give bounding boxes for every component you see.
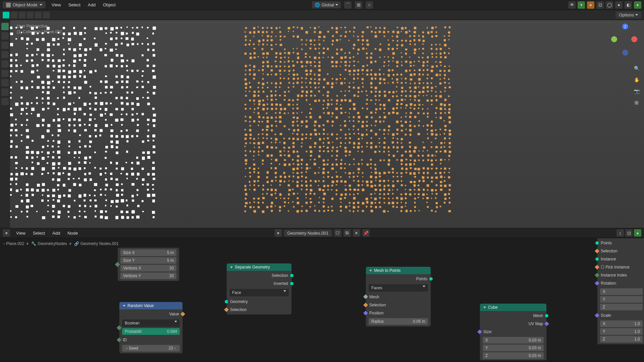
sep-domain-dropdown[interactable]: Face bbox=[229, 289, 289, 296]
node-mesh-to-points[interactable]: Mesh to Points Points Faces Mesh Selecti… bbox=[366, 266, 431, 327]
camera-btn[interactable]: 📷 bbox=[632, 86, 641, 96]
chevron-down-icon bbox=[369, 270, 372, 272]
node-cube[interactable]: Cube Mesh UV Map Size: X0.03 m Y0.03 m bbox=[480, 303, 547, 360]
menu-select[interactable]: Select bbox=[67, 2, 82, 8]
node-opt-2[interactable]: ⊡ bbox=[625, 229, 633, 237]
gizmo-axis-z[interactable]: Z bbox=[622, 23, 628, 29]
breadcrumb-tree[interactable]: 🔗 Geometry Nodes.001 bbox=[74, 241, 119, 246]
iop-scale-y[interactable]: Y1.0 bbox=[600, 328, 643, 335]
iop-scale-z[interactable]: Z1.0 bbox=[600, 336, 643, 343]
option-btn-4[interactable] bbox=[35, 12, 42, 18]
grid-verts-x[interactable]: Vertices X20 bbox=[120, 265, 176, 272]
viewport-3d[interactable]: User Perspective (1) Collection | Plane.… bbox=[10, 20, 644, 228]
duplicate-tree-btn[interactable]: ⧉ bbox=[343, 229, 351, 237]
node-title[interactable]: Cube bbox=[480, 304, 546, 311]
seed-decrement[interactable]: ‹ bbox=[125, 346, 129, 351]
node-separate-geometry[interactable]: Separate Geometry Selection Inverted Fac… bbox=[226, 263, 292, 315]
node-instance-on-points[interactable]: Points Selection Instance ☐ Pick Instanc… bbox=[597, 238, 644, 345]
breadcrumb-object[interactable]: ▫ Plane.002 bbox=[3, 241, 24, 246]
xray-btn[interactable]: ⊡ bbox=[596, 1, 604, 9]
node-opt-1[interactable]: ↕ bbox=[616, 229, 624, 237]
breadcrumb-modifier[interactable]: 🔧 GeometryNodes bbox=[31, 241, 67, 246]
proportional-btn[interactable]: ○ bbox=[366, 1, 373, 9]
menu-object[interactable]: Object bbox=[102, 2, 117, 8]
tool-transform[interactable] bbox=[1, 70, 9, 77]
tool-move[interactable] bbox=[1, 42, 9, 49]
perspective-btn[interactable]: ⊞ bbox=[632, 98, 641, 107]
overlay-btn[interactable]: ● bbox=[587, 1, 594, 9]
grid-size-y[interactable]: Size Y5 m bbox=[120, 257, 176, 264]
node-title[interactable]: Separate Geometry bbox=[227, 263, 291, 271]
option-btn-1[interactable] bbox=[11, 12, 17, 18]
white-point-cloud bbox=[10, 27, 158, 221]
shading-render-btn[interactable]: ● bbox=[634, 1, 641, 9]
tool-rotate[interactable] bbox=[1, 51, 9, 58]
iop-scale-x[interactable]: X1.0 bbox=[600, 320, 643, 327]
orientation-selector[interactable]: 🌐 Global bbox=[312, 1, 341, 8]
chevron-down-icon bbox=[483, 307, 486, 308]
gizmo-axis-y[interactable] bbox=[611, 36, 617, 42]
pan-btn[interactable]: ✋ bbox=[632, 75, 641, 84]
select-mode-btn[interactable] bbox=[3, 12, 9, 18]
tool-annotate[interactable] bbox=[1, 79, 9, 86]
unlink-tree-btn[interactable]: ✕ bbox=[353, 229, 360, 237]
menu-view[interactable]: View bbox=[50, 2, 62, 8]
seed-increment[interactable]: › bbox=[173, 346, 177, 351]
mode-selector[interactable]: Object Mode bbox=[3, 1, 46, 8]
node-editor[interactable]: ▫ Plane.002 🔧 GeometryNodes 🔗 Geometry N… bbox=[0, 238, 644, 360]
visibility-btn[interactable]: 👁 bbox=[568, 1, 576, 9]
tool-add-cube[interactable] bbox=[1, 98, 9, 105]
node-menu-node[interactable]: Node bbox=[66, 230, 79, 236]
node-tree-name[interactable]: Geometry Nodes.001 bbox=[284, 230, 332, 237]
snap-options-btn[interactable]: ⊞ bbox=[355, 1, 362, 9]
tool-cursor[interactable] bbox=[1, 32, 9, 40]
menu-add[interactable]: Add bbox=[87, 2, 97, 8]
mtp-radius[interactable]: Radius0.05 m bbox=[369, 318, 428, 325]
snap-btn[interactable]: ⌒ bbox=[344, 1, 352, 9]
cube-size-y[interactable]: Y0.03 m bbox=[483, 345, 544, 351]
random-probability[interactable]: Probabilit0.584 bbox=[122, 328, 180, 335]
node-menu-add[interactable]: Add bbox=[51, 230, 61, 236]
navigation-gizmo[interactable]: Z bbox=[607, 23, 641, 57]
shading-wireframe-btn[interactable]: ◯ bbox=[606, 1, 613, 9]
zoom-btn[interactable]: 🔍 bbox=[632, 64, 641, 73]
gizmo-btn[interactable]: ▾ bbox=[578, 1, 585, 9]
gizmo-axis-x[interactable] bbox=[631, 36, 637, 42]
tool-select[interactable] bbox=[1, 23, 9, 30]
node-menu-select[interactable]: Select bbox=[32, 230, 46, 236]
node-grid[interactable]: Size X5 m Size Y5 m Vertices X20 Vertice… bbox=[117, 247, 179, 281]
mtp-mode-dropdown[interactable]: Faces bbox=[369, 284, 428, 292]
node-random-value[interactable]: Random Value Value Boolean Probabilit0.5… bbox=[119, 302, 183, 354]
tool-measure[interactable] bbox=[1, 88, 9, 96]
options-dropdown[interactable]: Options bbox=[615, 11, 641, 18]
editor-type-btn[interactable]: ▾ bbox=[3, 229, 10, 237]
random-id-input[interactable]: ID bbox=[119, 336, 182, 344]
random-type-dropdown[interactable]: Boolean bbox=[122, 319, 180, 327]
sep-selection-in: Selection bbox=[227, 306, 291, 314]
iop-rot-z[interactable]: Z bbox=[600, 304, 643, 310]
node-menu-view[interactable]: View bbox=[15, 230, 27, 236]
shading-solid-btn[interactable]: ● bbox=[615, 1, 623, 9]
node-opt-3[interactable]: ● bbox=[634, 229, 641, 237]
fake-user-btn[interactable]: 🛡 bbox=[334, 229, 341, 237]
gizmo-axis-neg[interactable] bbox=[622, 50, 628, 56]
random-seed[interactable]: ‹ Seed 23 › bbox=[122, 345, 180, 352]
cube-size-z[interactable]: Z0.03 m bbox=[483, 352, 544, 359]
browse-tree-btn[interactable]: ▾ bbox=[274, 229, 282, 237]
option-btn-3[interactable] bbox=[27, 12, 34, 18]
node-title[interactable]: Mesh to Points bbox=[366, 267, 431, 274]
tool-scale[interactable] bbox=[1, 60, 9, 68]
grid-size-x[interactable]: Size X5 m bbox=[120, 249, 176, 256]
iop-rot-x[interactable]: X bbox=[600, 288, 643, 295]
option-btn-2[interactable] bbox=[19, 12, 25, 18]
shading-material-btn[interactable]: ◐ bbox=[625, 1, 632, 9]
option-btn-5[interactable] bbox=[43, 12, 50, 18]
iop-rotation-label: Rotation: bbox=[597, 279, 644, 287]
cube-size-x[interactable]: X0.03 m bbox=[483, 337, 544, 344]
node-title[interactable]: Random Value bbox=[119, 302, 182, 309]
iop-pick-instance[interactable]: ☐ Pick Instance bbox=[597, 263, 644, 271]
globe-icon: 🌐 bbox=[315, 2, 320, 7]
iop-rot-y[interactable]: Y bbox=[600, 296, 643, 303]
grid-verts-y[interactable]: Vertices Y20 bbox=[120, 273, 176, 279]
pin-btn[interactable]: 📌 bbox=[362, 229, 370, 237]
